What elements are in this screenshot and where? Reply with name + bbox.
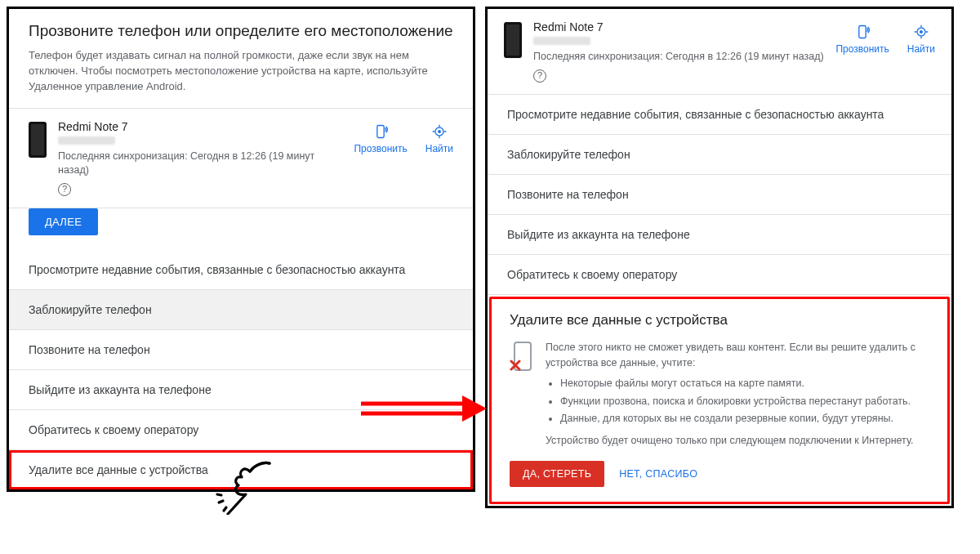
svg-point-2 — [439, 130, 441, 132]
row-contact-carrier[interactable]: Обратитесь к своему оператору — [9, 410, 473, 450]
svg-rect-3 — [859, 26, 866, 38]
erase-phone-icon — [510, 342, 532, 449]
ring-button[interactable]: Прозвонить — [835, 24, 889, 55]
device-actions: Прозвонить Найти — [835, 20, 935, 55]
header-section: Прозвоните телефон или определите его ме… — [9, 9, 473, 109]
device-model-blur — [58, 136, 115, 145]
right-panel: Redmi Note 7 Последняя синхронизация: Се… — [485, 7, 954, 508]
row-call-phone[interactable]: Позвоните на телефон — [9, 330, 473, 370]
row-lock-phone[interactable]: Заблокируйте телефон — [9, 290, 473, 330]
help-icon[interactable]: ? — [58, 183, 71, 196]
device-name: Redmi Note 7 — [58, 120, 342, 133]
erase-highlight-frame: Удалите все данные с устройства После эт… — [489, 297, 950, 504]
device-info: Redmi Note 7 Последняя синхронизация: Се… — [533, 20, 824, 83]
phone-ring-icon — [854, 24, 871, 40]
row-lock-phone[interactable]: Заблокируйте телефон — [488, 135, 951, 175]
erase-cancel-button[interactable]: НЕТ, СПАСИБО — [619, 468, 697, 480]
find-button[interactable]: Найти — [425, 123, 453, 154]
locate-icon — [431, 123, 448, 140]
row-security-events[interactable]: Просмотрите недавние события, связанные … — [9, 250, 473, 290]
row-security-events[interactable]: Просмотрите недавние события, связанные … — [488, 95, 951, 135]
phone-icon — [504, 22, 522, 58]
device-actions: Прозвонить Найти — [354, 120, 453, 154]
device-sync: Последняя синхронизация: Сегодня в 12:26… — [58, 150, 342, 196]
row-contact-carrier[interactable]: Обратитесь к своему оператору — [488, 255, 951, 295]
next-button[interactable]: ДАЛЕЕ — [29, 208, 98, 235]
svg-point-5 — [920, 31, 923, 34]
erase-bullet: Функции прозвона, поиска и блокировки ус… — [560, 394, 929, 409]
left-panel: Прозвоните телефон или определите его ме… — [7, 7, 475, 492]
device-row: Redmi Note 7 Последняя синхронизация: Се… — [488, 9, 951, 95]
device-sync: Последняя синхронизация: Сегодня в 12:26… — [533, 50, 824, 83]
help-icon[interactable]: ? — [533, 69, 546, 83]
row-sign-out[interactable]: Выйдите из аккаунта на телефоне — [488, 215, 951, 255]
page-title: Прозвоните телефон или определите его ме… — [29, 22, 453, 40]
device-model-blur — [533, 37, 590, 45]
erase-panel: Удалите все данные с устройства После эт… — [492, 299, 947, 502]
phone-icon — [29, 122, 47, 158]
next-wrap: ДАЛЕЕ — [9, 208, 473, 250]
device-row: Redmi Note 7 Последняя синхронизация: Се… — [9, 109, 473, 208]
erase-confirm-button[interactable]: ДА, СТЕРЕТЬ — [510, 461, 604, 487]
row-call-phone[interactable]: Позвоните на телефон — [488, 175, 951, 215]
ring-button[interactable]: Прозвонить — [354, 123, 407, 154]
phone-ring-icon — [372, 123, 389, 140]
find-button[interactable]: Найти — [907, 24, 935, 55]
svg-rect-0 — [377, 125, 384, 137]
erase-bullet: Данные, для которых вы не создали резерв… — [560, 411, 929, 427]
row-sign-out[interactable]: Выйдите из аккаунта на телефоне — [9, 370, 473, 410]
device-info: Redmi Note 7 Последняя синхронизация: Се… — [58, 120, 342, 196]
page-description: Телефон будет издавать сигнал на полной … — [29, 48, 453, 95]
row-erase-device[interactable]: Удалите все данные с устройства — [9, 450, 473, 489]
erase-bullet: Некоторые файлы могут остаться на карте … — [560, 376, 929, 391]
erase-title: Удалите все данные с устройства — [510, 312, 929, 328]
device-name: Redmi Note 7 — [533, 20, 824, 34]
erase-text: После этого никто не сможет увидеть ваш … — [546, 340, 929, 449]
locate-icon — [913, 24, 929, 40]
